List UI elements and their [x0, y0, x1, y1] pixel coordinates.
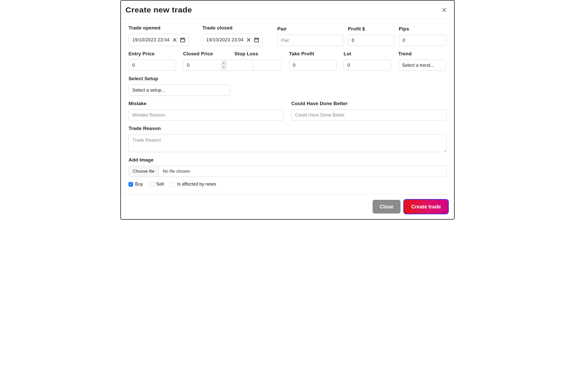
checkbox-news-label: Is affected by news [177, 182, 216, 187]
spinner-down-icon[interactable]: ▼ [221, 66, 226, 70]
modal-header: Create new trade [121, 1, 454, 19]
better-input[interactable] [291, 109, 446, 121]
closed-price-input[interactable] [183, 60, 253, 71]
take-profit-input[interactable] [289, 60, 337, 71]
create-trade-button[interactable]: Create trade [404, 200, 448, 214]
number-spinner[interactable]: ▲ ▼ [221, 61, 226, 70]
trade-closed-input[interactable]: 19/10/2023 23:04 [202, 34, 263, 46]
checkbox-buy-label: Buy [135, 182, 143, 187]
label-entry-price: Entry Price [129, 51, 176, 57]
modal-body: Trade opened 19/10/2023 23:04 Trade clos… [121, 19, 454, 194]
label-take-profit: Take Profit [289, 51, 337, 57]
checkbox-icon [170, 182, 175, 187]
label-setup: Select Setup [129, 76, 230, 81]
trend-placeholder: Select a trend... [402, 63, 434, 68]
checkbox-icon [150, 182, 154, 187]
row-image: Add Image Choose file No file chosen [129, 157, 446, 177]
field-better: Could Have Done Better [291, 101, 446, 121]
field-pair: Pair [277, 26, 344, 46]
label-pair: Pair [277, 26, 344, 32]
label-image: Add Image [129, 157, 446, 163]
setup-placeholder: Select a setup... [132, 88, 165, 93]
row-prices: Entry Price Closed Price ▲ ▼ Stop Loss T… [129, 51, 446, 71]
pips-input[interactable] [399, 35, 446, 46]
row-mistake-better: Mistake Could Have Done Better [129, 101, 446, 121]
checkbox-icon [129, 182, 133, 187]
trade-closed-value: 19/10/2023 23:04 [206, 37, 244, 43]
row-dates-pair: Trade opened 19/10/2023 23:04 Trade clos… [129, 25, 446, 46]
pair-input[interactable] [277, 35, 344, 46]
trade-opened-value: 19/10/2023 23:04 [132, 37, 170, 43]
label-lot: Lot [344, 51, 391, 57]
lot-input[interactable] [344, 60, 391, 71]
choose-file-button[interactable]: Choose file [129, 166, 159, 177]
checkbox-sell[interactable]: Sell [150, 182, 164, 187]
label-trade-closed: Trade closed [202, 25, 263, 31]
close-button[interactable]: Close [373, 200, 401, 214]
field-profit: Profit $ [348, 26, 395, 46]
checkbox-news[interactable]: Is affected by news [170, 182, 216, 187]
label-trend: Trend [398, 51, 446, 57]
create-trade-modal: Create new trade Trade opened 19/10/2023… [120, 0, 455, 220]
entry-price-input[interactable] [129, 60, 176, 71]
checkbox-buy[interactable]: Buy [129, 182, 143, 187]
field-take-profit: Take Profit [289, 51, 337, 71]
field-pips: Pips [399, 26, 446, 46]
field-entry-price: Entry Price [129, 51, 176, 71]
modal-title: Create new trade [125, 6, 192, 14]
close-icon[interactable] [441, 7, 447, 13]
row-setup: Select Setup Select a setup... [129, 76, 446, 96]
row-reason: Trade Reason [129, 126, 446, 152]
field-reason: Trade Reason [129, 126, 446, 152]
label-stop-loss: Stop Loss [234, 51, 282, 57]
trade-opened-input[interactable]: 19/10/2023 23:04 [129, 34, 189, 46]
field-trend: Trend Select a trend... [398, 51, 446, 71]
row-checkboxes: Buy Sell Is affected by news [129, 182, 446, 187]
field-setup: Select Setup Select a setup... [129, 76, 230, 96]
field-image: Add Image Choose file No file chosen [129, 157, 446, 177]
clear-icon[interactable] [172, 37, 177, 42]
spinner-up-icon[interactable]: ▲ [221, 61, 226, 66]
field-trade-closed: Trade closed 19/10/2023 23:04 [202, 25, 263, 46]
file-status-text: No file chosen [159, 166, 194, 177]
field-mistake: Mistake [129, 101, 284, 121]
label-closed-price: Closed Price [183, 51, 227, 57]
field-closed-price: Closed Price ▲ ▼ [183, 51, 227, 71]
label-profit: Profit $ [348, 26, 395, 32]
label-mistake: Mistake [129, 101, 284, 106]
file-input[interactable]: Choose file No file chosen [129, 166, 446, 177]
calendar-icon[interactable] [180, 37, 185, 43]
svg-rect-4 [180, 38, 185, 42]
field-lot: Lot [344, 51, 391, 71]
label-reason: Trade Reason [129, 126, 446, 131]
profit-input[interactable] [348, 35, 395, 46]
label-pips: Pips [399, 26, 446, 32]
calendar-icon[interactable] [254, 37, 259, 43]
reason-textarea[interactable] [129, 134, 446, 152]
mistake-input[interactable] [129, 109, 284, 121]
modal-footer: Close Create trade [121, 194, 454, 219]
setup-select[interactable]: Select a setup... [129, 85, 230, 96]
label-trade-opened: Trade opened [129, 25, 189, 31]
field-trade-opened: Trade opened 19/10/2023 23:04 [129, 25, 189, 46]
trend-select[interactable]: Select a trend... [398, 60, 446, 71]
checkbox-sell-label: Sell [156, 182, 164, 187]
clear-icon[interactable] [246, 37, 251, 42]
svg-rect-10 [254, 38, 259, 42]
label-better: Could Have Done Better [291, 101, 446, 106]
